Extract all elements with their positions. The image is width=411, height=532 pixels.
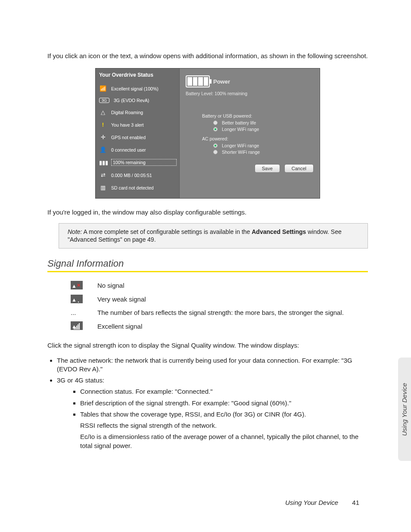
status-label: Digital Roaming <box>111 110 177 115</box>
page-footer: Using Your Device 41 <box>285 499 359 506</box>
status-row-users[interactable]: 👤 0 connected user <box>99 143 177 156</box>
sub-paragraph: Ec/Io is a dimensionless ratio of the av… <box>80 432 368 450</box>
radio-icon <box>213 127 218 131</box>
table-row: ▲ Very weak signal <box>71 292 349 306</box>
gps-icon: ✛ <box>99 134 107 140</box>
radio-label: Longer WiFi range <box>222 127 259 132</box>
sub-paragraph: RSSI reflects the signal strength of the… <box>80 421 368 430</box>
power-group2-heading: AC powered: <box>202 136 314 141</box>
sub-bullet-list: Connection status. For example: "Connect… <box>57 387 368 419</box>
table-row: ... The number of bars reflects the sign… <box>71 306 349 319</box>
save-button[interactable]: Save <box>255 164 280 173</box>
very-weak-signal-icon: ▲ <box>71 295 83 303</box>
radio-shorter-wifi[interactable]: Shorter WiFi range <box>213 149 314 155</box>
status-panel-title: Your Overdrive Status <box>99 72 177 78</box>
radio-icon <box>213 121 218 125</box>
list-item: Brief description of the signal strength… <box>80 399 368 408</box>
status-row-network[interactable]: 3G 3G (EVDO RevA) <box>99 95 177 106</box>
sig-desc: Very weak signal <box>97 292 349 306</box>
radio-longer-wifi-1[interactable]: Longer WiFi range <box>213 127 314 132</box>
battery-large-icon <box>186 75 210 87</box>
bullet-list: The active network: the network that is … <box>47 356 368 450</box>
users-icon: 👤 <box>99 146 107 153</box>
status-row-battery[interactable]: ▮▮▮ 100% remaining <box>99 156 177 169</box>
table-row: ▲ Excellent signal <box>71 319 349 333</box>
list-item: Connection status. For example: "Connect… <box>80 387 368 396</box>
power-title: Power <box>213 78 230 85</box>
status-label: 100% remaining <box>111 159 177 166</box>
status-label: 0 connected user <box>111 147 177 152</box>
radio-label: Better battery life <box>222 120 256 125</box>
list-item-text: 3G or 4G status: <box>57 376 104 384</box>
side-tab: Using Your Device <box>398 358 411 461</box>
radio-better-battery[interactable]: Better battery life <box>213 120 314 125</box>
data-transfer-icon: ⇄ <box>99 172 107 178</box>
status-row-alerts[interactable]: ! You have 3 alert <box>99 118 177 131</box>
side-tab-label: Using Your Device <box>401 383 408 436</box>
radio-icon <box>213 150 218 154</box>
status-label: 0.000 MB / 00:05:51 <box>111 173 177 178</box>
status-label: You have 3 alert <box>111 122 177 128</box>
para-after-table: Click the signal strength icon to displa… <box>47 341 368 350</box>
radio-label: Longer WiFi range <box>222 143 259 148</box>
screenshot-figure: Your Overdrive Status 📶 Excellent signal… <box>47 68 368 199</box>
footer-title: Using Your Device <box>285 499 338 506</box>
sig-desc: Excellent signal <box>97 319 349 333</box>
power-panel: Power Battery Level: 100% remaining Batt… <box>180 68 320 198</box>
footer-page-number: 41 <box>352 499 359 506</box>
section-heading-signal-info: Signal Information <box>47 258 368 269</box>
signal-info-table: ▲✕ No signal ▲ Very weak signal ... The … <box>71 278 349 333</box>
sig-desc: No signal <box>97 278 349 292</box>
sd-card-icon: ▥ <box>99 184 107 191</box>
status-row-sd[interactable]: ▥ SD card not detected <box>99 181 177 194</box>
note-box: Note: A more complete set of configurabl… <box>59 223 368 249</box>
intro-paragraph-1: If you click an icon or the text, a wind… <box>47 52 368 60</box>
ellipsis-icon: ... <box>71 306 97 319</box>
section-rule <box>47 271 368 272</box>
list-item: 3G or 4G status: Connection status. For … <box>57 376 368 450</box>
battery-level-text: Battery Level: 100% remaining <box>186 91 314 96</box>
status-row-roaming[interactable]: △ Digital Roaming <box>99 106 177 118</box>
battery-icon: ▮▮▮ <box>99 159 107 166</box>
status-label: GPS not enabled <box>111 135 177 140</box>
cancel-button[interactable]: Cancel <box>284 164 314 173</box>
power-group1-heading: Battery or USB powered: <box>202 113 314 118</box>
status-row-signal[interactable]: 📶 Excellent signal (100%) <box>99 82 177 95</box>
alert-icon: ! <box>99 121 107 128</box>
status-panel: Your Overdrive Status 📶 Excellent signal… <box>96 68 180 198</box>
note-bold: Advanced Settings <box>252 228 306 235</box>
signal-strength-icon: 📶 <box>99 85 107 92</box>
list-item: The active network: the network that is … <box>57 356 368 374</box>
radio-longer-wifi-2[interactable]: Longer WiFi range <box>213 143 314 148</box>
intro-paragraph-2: If you're logged in, the window may also… <box>47 208 368 217</box>
status-label: Excellent signal (100%) <box>111 86 177 91</box>
note-label: Note: <box>68 228 82 235</box>
status-label: 3G (EVDO RevA) <box>114 98 177 103</box>
status-row-data[interactable]: ⇄ 0.000 MB / 00:05:51 <box>99 169 177 181</box>
table-row: ▲✕ No signal <box>71 278 349 292</box>
network-3g-icon: 3G <box>99 98 109 103</box>
no-signal-icon: ▲✕ <box>71 281 83 289</box>
radio-icon <box>213 143 218 148</box>
roaming-icon: △ <box>99 109 107 115</box>
status-label: SD card not detected <box>111 185 177 190</box>
status-row-gps[interactable]: ✛ GPS not enabled <box>99 131 177 143</box>
list-item: Tables that show the coverage type, RSSI… <box>80 410 368 419</box>
note-text-a: A more complete set of configurable sett… <box>82 228 252 235</box>
radio-label: Shorter WiFi range <box>222 149 260 155</box>
sig-desc: The number of bars reflects the signal s… <box>97 306 349 319</box>
excellent-signal-icon: ▲ <box>71 321 83 330</box>
